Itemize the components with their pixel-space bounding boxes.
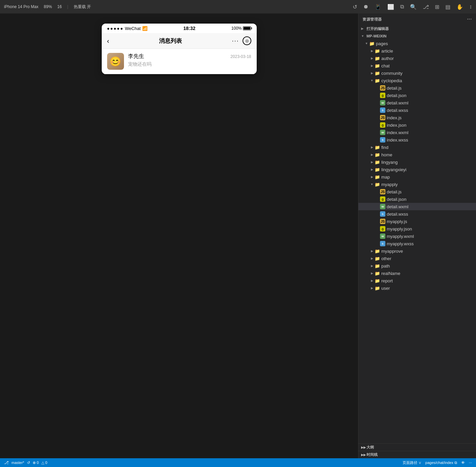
- mobile-icon[interactable]: 📱: [375, 4, 381, 10]
- error-count: ⊗ 0: [33, 461, 39, 465]
- open-editors-label: 打开的编辑器: [367, 26, 389, 31]
- tree-item-cyclopedia-detail-wxss[interactable]: S detail.wxss: [358, 106, 476, 114]
- sync-icon[interactable]: ↺: [27, 461, 30, 465]
- tree-item-myapply-detail-wxml[interactable]: W detail.wxml: [358, 203, 476, 210]
- tree-item-myapply-wxss[interactable]: S myapply.wxss: [358, 240, 476, 247]
- preview-icon[interactable]: 👁: [461, 461, 465, 465]
- article-arrow: [369, 49, 375, 53]
- back-button[interactable]: ‹: [107, 37, 109, 45]
- camera-button[interactable]: ◎: [243, 36, 251, 45]
- tree-item-myapply-json[interactable]: {} myapply.json: [358, 225, 476, 232]
- hand-icon[interactable]: ✋: [456, 4, 463, 10]
- device-name[interactable]: iPhone 14 Pro Max: [4, 4, 38, 9]
- timeline-section[interactable]: ▶ 时间线: [358, 451, 476, 458]
- branch-icon[interactable]: ⎇: [423, 4, 429, 10]
- tree-item-myapprove[interactable]: 📁 myapprove: [358, 247, 476, 255]
- path-arrow: [369, 264, 375, 268]
- battery-fill: [244, 27, 250, 30]
- toolbar-icons: ↺ ⏺ 📱 ⬜ ⧉ 🔍 ⎇ ⊞ ▤ ✋ ↕: [353, 4, 472, 10]
- tree-item-other[interactable]: 📁 other: [358, 255, 476, 262]
- wxml-file-icon: W: [380, 204, 385, 209]
- tree-item-cyclopedia-detail-json[interactable]: {} detail.json: [358, 92, 476, 99]
- tree-item-author[interactable]: 📁 author: [358, 55, 476, 62]
- tree-item-path[interactable]: 📁 path: [358, 262, 476, 270]
- more-button[interactable]: ···: [232, 37, 239, 44]
- tree-item-pages[interactable]: 📁 pages: [358, 40, 476, 47]
- tree-item-cyclopedia-detail-js[interactable]: JS detail.js: [358, 84, 476, 92]
- mp-weixin-section[interactable]: MP-WEIXIN: [358, 32, 476, 40]
- myapprove-arrow: [369, 249, 375, 253]
- tree-item-find[interactable]: 📁 find: [358, 144, 476, 151]
- search-icon[interactable]: 🔍: [410, 4, 417, 10]
- path-label: path: [381, 263, 476, 269]
- cyclopedia-detail-js-label: detail.js: [387, 86, 476, 91]
- outline-arrow: ▶: [361, 446, 365, 449]
- tree-item-lingyangxieyi[interactable]: 📁 lingyangxieyi: [358, 166, 476, 173]
- user-arrow: [369, 286, 375, 290]
- tree-item-chat[interactable]: 📁 chat: [358, 62, 476, 69]
- carrier-name: WeChat: [125, 26, 141, 31]
- myapply-label: myapply: [381, 182, 476, 187]
- tree-item-community[interactable]: 📁 community: [358, 69, 476, 77]
- resize-icon[interactable]: ↕: [469, 4, 472, 10]
- git-branch-icon: ⎇: [4, 460, 9, 465]
- path-arrow-icon: ∨: [418, 461, 421, 465]
- cyclopedia-index-wxss-label: index.wxss: [387, 137, 476, 143]
- tree-item-cyclopedia-index-json[interactable]: {} index.json: [358, 121, 476, 129]
- tree-item-myapply-detail-js[interactable]: JS detail.js: [358, 188, 476, 195]
- hotreload-label[interactable]: 热重载 开: [74, 4, 91, 10]
- sidebar-options-button[interactable]: ···: [467, 16, 472, 22]
- git-branch-name[interactable]: master*: [11, 461, 24, 465]
- multi-window-icon[interactable]: ⧉: [400, 4, 404, 10]
- tree-item-cyclopedia-index-wxss[interactable]: S index.wxss: [358, 136, 476, 144]
- message-item[interactable]: 😊 李先生 2023-03-18 宠物还在吗: [102, 49, 257, 74]
- myapply-folder-icon: 📁: [375, 182, 380, 187]
- tree-item-realname[interactable]: 📁 realName: [358, 270, 476, 277]
- map-arrow: [369, 175, 375, 179]
- tree-item-cyclopedia-index-wxml[interactable]: W index.wxml: [358, 129, 476, 136]
- path-label[interactable]: 页面路径 ∨: [403, 460, 421, 465]
- tree-item-myapply[interactable]: 📁 myapply: [358, 181, 476, 188]
- refresh-icon[interactable]: ↺: [353, 4, 357, 10]
- battery-pct: 89%: [44, 4, 52, 9]
- tree-item-user[interactable]: 📁 user: [358, 284, 476, 292]
- js-file-icon: JS: [380, 189, 385, 194]
- copy-path-icon[interactable]: ⧉: [454, 461, 457, 465]
- tree-item-lingyang[interactable]: 📁 lingyang: [358, 158, 476, 166]
- js-file-icon: JS: [380, 85, 385, 91]
- message-name: 李先生: [128, 53, 144, 60]
- open-editors-section[interactable]: 打开的编辑器: [358, 25, 476, 32]
- outline-section[interactable]: ▶ 大纲: [358, 443, 476, 451]
- path-label-text: 页面路径: [403, 461, 417, 465]
- cyclopedia-detail-wxss-label: detail.wxss: [387, 108, 476, 113]
- tree-item-cyclopedia-index-js[interactable]: JS index.js: [358, 114, 476, 121]
- json-file-icon: {}: [380, 196, 385, 202]
- map-folder-icon: 📁: [375, 174, 380, 180]
- tree-item-myapply-wxml[interactable]: W myapply.wxml: [358, 232, 476, 240]
- user-label: user: [381, 286, 476, 291]
- find-folder-icon: 📁: [375, 145, 380, 150]
- tree-item-cyclopedia-detail-wxml[interactable]: W detail.wxml: [358, 99, 476, 106]
- chat-arrow: [369, 64, 375, 67]
- tree-item-cyclopedia[interactable]: 📁 cyclopedia: [358, 77, 476, 84]
- realname-label: realName: [381, 271, 476, 276]
- top-toolbar: iPhone 14 Pro Max 89% 16 | 热重载 开 ↺ ⏺ 📱 ⬜…: [0, 0, 476, 13]
- tree-item-map[interactable]: 📁 map: [358, 173, 476, 181]
- tree-item-myapply-js[interactable]: JS myapply.js: [358, 218, 476, 225]
- author-folder-icon: 📁: [375, 56, 380, 61]
- realname-arrow: [369, 272, 375, 275]
- lingyangxieyi-arrow: [369, 168, 375, 171]
- list-icon[interactable]: ▤: [445, 4, 450, 10]
- tree-item-myapply-detail-json[interactable]: {} detail.json: [358, 195, 476, 203]
- grid-icon[interactable]: ⊞: [435, 4, 439, 10]
- tree-item-report[interactable]: 📁 report: [358, 277, 476, 284]
- window-icon[interactable]: ⬜: [387, 4, 394, 10]
- record-icon[interactable]: ⏺: [363, 4, 369, 10]
- myapply-detail-json-label: detail.json: [387, 197, 476, 202]
- tree-item-article[interactable]: 📁 article: [358, 47, 476, 55]
- myapply-wxml-label: myapply.wxml: [387, 234, 476, 239]
- tree-item-myapply-detail-wxss[interactable]: S detail.wxss: [358, 210, 476, 218]
- phone-nav-bar: ‹ 消息列表 ··· ◎: [102, 33, 257, 49]
- tree-item-home[interactable]: 📁 home: [358, 151, 476, 158]
- more-options-icon[interactable]: ···: [469, 461, 472, 465]
